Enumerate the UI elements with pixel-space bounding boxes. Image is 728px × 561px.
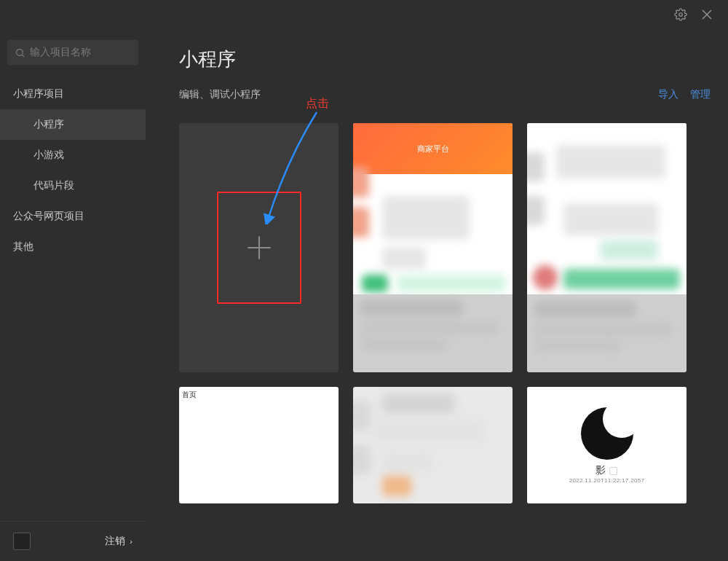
import-link[interactable]: 导入: [658, 88, 678, 101]
project-meta: [527, 294, 687, 372]
page-subtitle: 编辑、调试小程序: [179, 88, 261, 101]
project-meta: [353, 294, 513, 372]
project-card[interactable]: 首页: [179, 387, 339, 503]
project-preview: [527, 123, 687, 294]
search-icon: [15, 47, 25, 58]
search-placeholder: 输入项目名称: [30, 46, 91, 59]
project-preview: 商家平台: [353, 123, 513, 294]
svg-point-0: [679, 13, 683, 17]
sidebar-group-miniprogram[interactable]: 小程序项目: [0, 79, 146, 109]
main-panel: 小程序 编辑、调试小程序 导入 管理 商家平台: [146, 29, 728, 561]
title-bar: [0, 0, 728, 29]
new-project-highlight: [217, 192, 301, 304]
merchant-banner: 商家平台: [353, 123, 513, 174]
sidebar-item-miniprogram[interactable]: 小程序: [0, 109, 146, 140]
project-date: 2022.11.20T11:22:17.2057: [569, 477, 644, 484]
plus-icon: [244, 232, 274, 263]
logout-label: 注销: [105, 535, 125, 548]
sidebar: 输入项目名称 小程序项目 小程序 小游戏 代码片段 公众号网页项目 其他 注销 …: [0, 29, 146, 561]
project-card[interactable]: 影 ▢ 2022.11.20T11:22:17.2057: [527, 387, 687, 503]
close-icon[interactable]: [700, 8, 713, 21]
project-name: 影 ▢: [596, 464, 618, 477]
sidebar-footer: 注销 ›: [0, 521, 146, 561]
sidebar-item-minigame[interactable]: 小游戏: [0, 140, 146, 170]
settings-icon[interactable]: [674, 8, 687, 21]
project-grid: 商家平台: [179, 123, 711, 503]
sidebar-item-snippet[interactable]: 代码片段: [0, 170, 146, 201]
sidebar-nav: 小程序项目 小程序 小游戏 代码片段 公众号网页项目 其他: [0, 76, 146, 521]
project-card[interactable]: [353, 387, 513, 503]
moon-icon: [581, 407, 633, 460]
chevron-right-icon: ›: [130, 537, 132, 546]
sidebar-group-other[interactable]: 其他: [0, 232, 146, 262]
logout-button[interactable]: 注销 ›: [105, 535, 132, 548]
project-card[interactable]: [527, 123, 687, 372]
svg-point-3: [17, 49, 23, 55]
avatar[interactable]: [13, 533, 31, 550]
manage-link[interactable]: 管理: [690, 88, 711, 101]
home-tag: 首页: [182, 390, 197, 400]
project-card[interactable]: 商家平台: [353, 123, 513, 372]
sidebar-group-official-account[interactable]: 公众号网页项目: [0, 201, 146, 232]
page-title: 小程序: [179, 47, 711, 72]
search-input[interactable]: 输入项目名称: [7, 40, 138, 65]
new-project-card[interactable]: [179, 123, 339, 372]
svg-line-4: [22, 55, 24, 57]
